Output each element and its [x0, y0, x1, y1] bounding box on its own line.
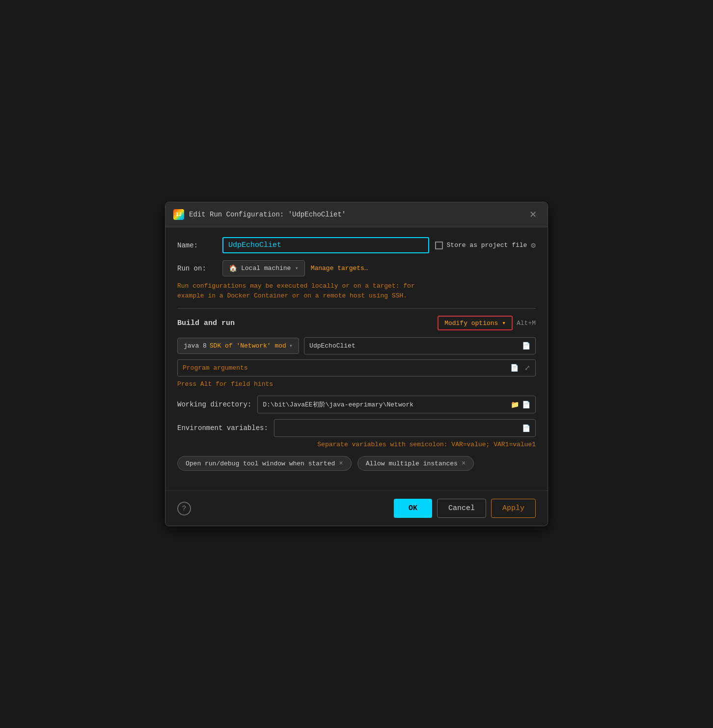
program-args-doc-icon[interactable]: 📄 [510, 364, 519, 372]
ok-button[interactable]: OK [394, 499, 432, 518]
main-class-field[interactable]: UdpEchoCliet 📄 [304, 337, 536, 354]
close-button[interactable]: ✕ [526, 208, 540, 221]
apply-button[interactable]: Apply [491, 499, 536, 518]
dialog-body: Name: Store as project file ⚙ Run on: 🏠 … [165, 227, 548, 490]
tag-allow-multiple-close[interactable]: × [462, 459, 466, 467]
run-on-row: Run on: 🏠 Local machine ▾ Manage targets… [177, 260, 536, 276]
main-class-browse-icon[interactable]: 📄 [522, 342, 530, 350]
build-run-header: Build and run Modify options ▾ Alt+M [177, 316, 536, 330]
title-bar: IJ Edit Run Configuration: 'UdpEchoCliet… [165, 202, 548, 227]
working-dir-row: Working directory: D:\bit\JavaEE初阶\java-… [177, 396, 536, 413]
store-project-label: Store as project file [447, 242, 527, 249]
title-bar-left: IJ Edit Run Configuration: 'UdpEchoCliet… [173, 209, 346, 220]
working-dir-input[interactable]: D:\bit\JavaEE初阶\java-eeprimary\Network 📁… [257, 396, 536, 413]
help-button[interactable]: ? [177, 502, 191, 515]
sdk-row: java 8 SDK of 'Network' mod ▾ UdpEchoCli… [177, 337, 536, 354]
name-row: Name: Store as project file ⚙ [177, 237, 536, 253]
run-config-info: Run configurations may be executed local… [177, 281, 536, 300]
manage-targets-link[interactable]: Manage targets… [311, 265, 368, 272]
program-args-icons: 📄 ⤢ [510, 364, 530, 372]
program-args-expand-icon[interactable]: ⤢ [524, 364, 530, 372]
sdk-dropdown[interactable]: java 8 SDK of 'Network' mod ▾ [177, 338, 299, 354]
app-icon: IJ [173, 209, 184, 220]
divider [177, 308, 536, 309]
sdk-chevron-icon: ▾ [289, 342, 293, 350]
tag-open-run-debug: Open run/debug tool window when started … [177, 456, 352, 471]
dialog-title: Edit Run Configuration: 'UdpEchoCliet' [189, 211, 346, 218]
working-dir-value: D:\bit\JavaEE初阶\java-eeprimary\Network [263, 400, 413, 409]
run-on-label: Run on: [177, 265, 217, 272]
env-vars-label: Environment variables: [177, 424, 268, 432]
chevron-down-icon: ▾ [295, 265, 298, 272]
program-args-placeholder: Program arguments [183, 364, 510, 372]
run-on-value: Local machine [241, 265, 291, 272]
sdk-module-text: SDK of 'Network' mod [210, 342, 286, 350]
name-input[interactable] [222, 237, 429, 253]
tag-open-run-debug-close[interactable]: × [339, 459, 343, 467]
tags-row: Open run/debug tool window when started … [177, 456, 536, 471]
working-dir-doc-icon[interactable]: 📄 [522, 401, 530, 409]
tag-open-run-debug-label: Open run/debug tool window when started [186, 460, 335, 467]
footer-buttons: OK Cancel Apply [394, 499, 536, 518]
main-class-value: UdpEchoCliet [309, 342, 356, 350]
program-args-row[interactable]: Program arguments 📄 ⤢ [177, 359, 536, 377]
env-vars-doc-icon[interactable]: 📄 [522, 424, 530, 432]
cancel-button[interactable]: Cancel [437, 499, 486, 518]
modify-options-area: Modify options ▾ Alt+M [438, 316, 536, 330]
gear-icon[interactable]: ⚙ [531, 241, 536, 250]
sdk-java-version: java 8 [184, 342, 207, 350]
working-dir-label: Working directory: [177, 401, 251, 408]
working-dir-icons: 📁 📄 [511, 401, 530, 409]
dialog-footer: ? OK Cancel Apply [165, 490, 548, 526]
home-icon: 🏠 [229, 264, 237, 272]
separate-hint: Separate variables with semicolon: VAR=v… [177, 441, 536, 448]
build-run-title: Build and run [177, 319, 235, 327]
press-alt-hint: Press Alt for field hints [177, 380, 536, 388]
store-project-container: Store as project file ⚙ [435, 241, 536, 250]
working-dir-folder-icon[interactable]: 📁 [511, 401, 519, 409]
env-vars-input[interactable]: 📄 [274, 419, 536, 437]
modify-options-button[interactable]: Modify options ▾ [438, 316, 513, 330]
name-label: Name: [177, 242, 217, 249]
tag-allow-multiple-label: Allow multiple instances [366, 460, 458, 467]
edit-run-config-dialog: IJ Edit Run Configuration: 'UdpEchoCliet… [165, 202, 548, 526]
run-on-dropdown[interactable]: 🏠 Local machine ▾ [222, 260, 305, 276]
tag-allow-multiple: Allow multiple instances × [357, 456, 474, 471]
store-as-project-checkbox[interactable] [435, 242, 443, 249]
env-vars-row: Environment variables: 📄 [177, 419, 536, 437]
alt-shortcut-hint: Alt+M [517, 320, 536, 327]
